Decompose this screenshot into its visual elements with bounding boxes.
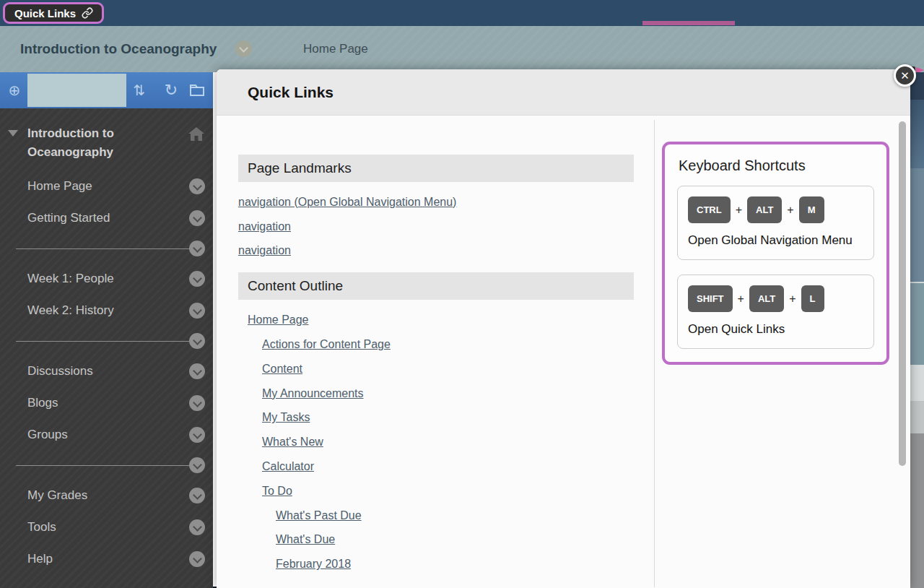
plus-separator: +: [789, 293, 796, 306]
landmark-link[interactable]: navigation (Open Global Navigation Menu): [238, 196, 456, 208]
landmark-link[interactable]: navigation: [238, 220, 291, 233]
outline-link[interactable]: What's Past Due: [276, 509, 362, 522]
sidebar-item-groups[interactable]: Groups: [0, 419, 213, 451]
keycap: L: [801, 285, 824, 312]
modal-title: Quick Links: [217, 69, 910, 116]
item-menu-chevron-icon[interactable]: [189, 271, 205, 287]
item-menu-chevron-icon[interactable]: [189, 488, 205, 503]
active-tab-indicator: [642, 21, 735, 25]
folder-view-icon[interactable]: [189, 83, 205, 98]
sidebar-item-week-2-history[interactable]: Week 2: History: [0, 295, 213, 327]
course-menu-title-row[interactable]: Introduction to Oceanography: [0, 118, 213, 170]
list-item: Content: [238, 362, 654, 376]
sidebar-item-home-page[interactable]: Home Page: [0, 170, 213, 202]
item-menu-chevron-icon[interactable]: [189, 551, 205, 567]
sidebar-item-help[interactable]: Help: [0, 543, 213, 575]
content-outline-list: Home Page Actions for Content Page Conte…: [238, 313, 654, 571]
outline-link[interactable]: What's New: [262, 436, 323, 448]
keycap: SHIFT: [688, 285, 733, 312]
shortcut-card: CTRL + ALT + M Open Global Navigation Me…: [677, 186, 874, 260]
outline-link[interactable]: What's Due: [276, 533, 335, 545]
top-navigation-bar: Quick Links: [0, 0, 924, 26]
list-item: To Do: [238, 484, 654, 498]
outline-link[interactable]: February 2018: [276, 558, 351, 570]
shortcut-description: Open Global Navigation Menu: [688, 231, 863, 249]
close-icon[interactable]: ✕: [894, 64, 916, 87]
keycap: CTRL: [688, 196, 731, 223]
shortcut-description: Open Quick Links: [688, 320, 863, 338]
outline-link[interactable]: Home Page: [248, 314, 309, 326]
menu-divider: [0, 234, 213, 263]
page-background-sliver: [910, 72, 924, 588]
collapse-caret-icon[interactable]: [8, 130, 18, 137]
menu-divider: [0, 451, 213, 480]
list-item: February 2018: [238, 557, 654, 571]
outline-link[interactable]: Content: [262, 363, 302, 375]
menu-view-toggle[interactable]: [27, 74, 126, 107]
course-menu-toolbar: ⊕ ⇅ ↻: [0, 72, 213, 108]
screen: Quick Links Introduction to Oceanography…: [0, 0, 924, 588]
plus-separator: +: [787, 204, 793, 217]
sort-menu-icon[interactable]: ⇅: [128, 72, 150, 108]
course-menu: Introduction to Oceanography Home Page G…: [0, 108, 213, 575]
sidebar-item-week-1-people[interactable]: Week 1: People: [0, 263, 213, 295]
content-outline-heading: Content Outline: [238, 272, 634, 300]
list-item: What's Due: [238, 532, 654, 547]
item-menu-chevron-icon[interactable]: [189, 303, 205, 319]
divider-menu-chevron-icon[interactable]: [189, 457, 205, 473]
item-menu-chevron-icon[interactable]: [189, 519, 205, 535]
list-item: Calculator: [238, 459, 654, 474]
outline-link[interactable]: Actions for Content Page: [262, 338, 391, 350]
divider-menu-chevron-icon[interactable]: [189, 333, 205, 349]
list-item: Home Page: [238, 313, 654, 327]
keys-row: CTRL + ALT + M: [688, 196, 863, 223]
chain-link-icon: [82, 7, 93, 19]
list-item: navigation (Open Global Navigation Menu): [238, 195, 654, 209]
plus-separator: +: [736, 204, 742, 217]
modal-right-column: Keyboard Shortcuts CTRL + ALT + M Open G…: [662, 142, 889, 365]
modal-left-column: Page Landmarks navigation (Open Global N…: [238, 116, 654, 581]
home-icon: [188, 126, 205, 142]
item-menu-chevron-icon[interactable]: [189, 395, 205, 411]
sidebar-course-title: Introduction to Oceanography: [27, 124, 178, 162]
keyboard-shortcuts-panel: Keyboard Shortcuts CTRL + ALT + M Open G…: [662, 142, 889, 365]
modal-body: Page Landmarks navigation (Open Global N…: [217, 116, 910, 587]
column-divider: [654, 120, 655, 587]
course-menu-sidebar: ⊕ ⇅ ↻ Introduction to Oceanography Home …: [0, 72, 213, 588]
sidebar-item-tools[interactable]: Tools: [0, 511, 213, 543]
keys-row: SHIFT + ALT + L: [688, 285, 863, 312]
add-content-icon[interactable]: ⊕: [4, 72, 25, 108]
shortcut-card: SHIFT + ALT + L Open Quick Links: [677, 274, 874, 349]
list-item: navigation: [238, 220, 654, 234]
quick-links-modal: Quick Links Page Landmarks navigation (O…: [217, 69, 910, 588]
plus-separator: +: [738, 293, 744, 306]
sidebar-item-blogs[interactable]: Blogs: [0, 387, 213, 419]
outline-link[interactable]: My Tasks: [262, 411, 310, 423]
item-menu-chevron-icon[interactable]: [189, 363, 205, 379]
list-item: Actions for Content Page: [238, 337, 654, 352]
quick-links-button[interactable]: Quick Links: [3, 2, 104, 24]
course-menu-chevron-icon[interactable]: [235, 40, 252, 57]
outline-link[interactable]: My Announcements: [262, 387, 364, 399]
outline-link[interactable]: Calculator: [262, 460, 314, 472]
modal-scrollbar-thumb[interactable]: [899, 121, 906, 466]
refresh-menu-icon[interactable]: ↻: [160, 72, 182, 108]
item-menu-chevron-icon[interactable]: [189, 210, 205, 226]
list-item: What's New: [238, 435, 654, 449]
keyboard-shortcuts-heading: Keyboard Shortcuts: [679, 157, 874, 174]
list-item: What's Past Due: [238, 509, 654, 523]
sidebar-item-discussions[interactable]: Discussions: [0, 355, 213, 387]
keycap: M: [799, 196, 824, 223]
modal-header: Quick Links: [217, 69, 910, 116]
landmark-link[interactable]: navigation: [238, 244, 291, 256]
sidebar-item-my-grades[interactable]: My Grades: [0, 480, 213, 511]
keycap: ALT: [749, 285, 784, 312]
course-header: Introduction to Oceanography Home Page: [0, 26, 924, 72]
list-item: My Announcements: [238, 386, 654, 401]
outline-link[interactable]: To Do: [262, 485, 292, 497]
divider-menu-chevron-icon[interactable]: [189, 241, 205, 256]
item-menu-chevron-icon[interactable]: [189, 178, 205, 194]
sidebar-item-getting-started[interactable]: Getting Started: [0, 202, 213, 234]
page-landmarks-list: navigation (Open Global Navigation Menu)…: [238, 195, 654, 258]
item-menu-chevron-icon[interactable]: [189, 427, 205, 443]
